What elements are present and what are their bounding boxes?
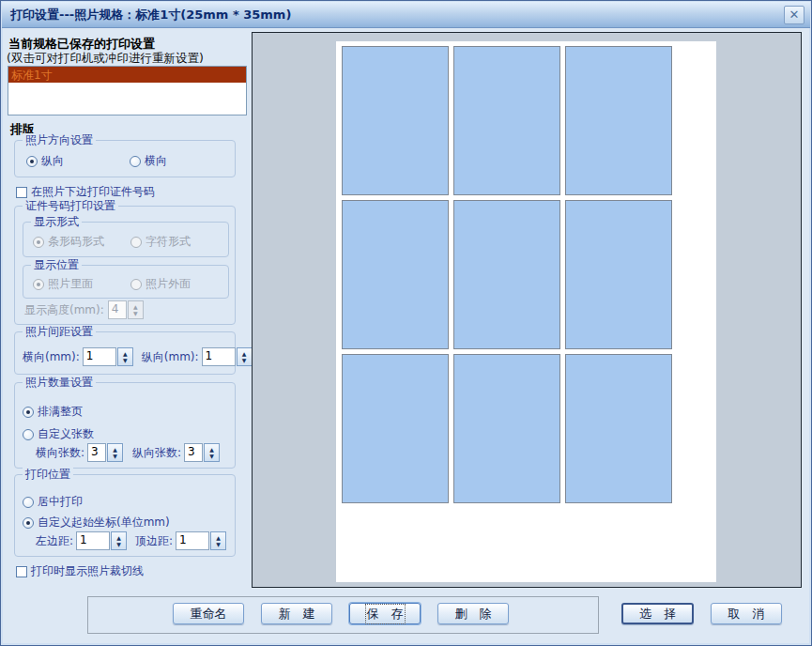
photo-grid xyxy=(342,46,672,503)
quantity-group: 照片数量设置 排满整页 自定义张数 横向张数: 3 ▲▼ 纵向张数: 3 ▲▼ xyxy=(14,382,236,469)
radio-label: 居中打印 xyxy=(38,494,83,510)
h-count-label: 横向张数: xyxy=(36,445,84,461)
radio-label: 自定义起始坐标(单位mm) xyxy=(38,515,170,531)
v-count-spinner[interactable]: 3 ▲▼ xyxy=(184,443,220,462)
spinner-buttons-icon[interactable]: ▲▼ xyxy=(117,347,133,366)
print-preview-panel xyxy=(252,32,802,588)
left-margin-spinner[interactable]: 1 ▲▼ xyxy=(76,531,127,550)
spinner-value: 1 xyxy=(176,531,209,550)
display-form-title: 显示形式 xyxy=(31,215,82,229)
radio-portrait[interactable]: 纵向 xyxy=(26,153,64,169)
radio-label: 纵向 xyxy=(41,153,64,169)
radio-icon xyxy=(23,407,34,418)
spacing-group-title: 照片间距设置 xyxy=(23,325,96,339)
v-count-label: 纵向张数: xyxy=(132,445,181,461)
spacing-group: 照片间距设置 横向(mm): 1 ▲▼ 纵向(mm): 1 ▲▼ xyxy=(14,331,236,375)
delete-button[interactable]: 删 除 xyxy=(437,603,509,624)
button-label: 重命名 xyxy=(191,606,227,623)
photo-placeholder xyxy=(453,46,560,195)
checkbox-label: 打印时显示照片裁切线 xyxy=(31,563,144,579)
radio-label: 自定义张数 xyxy=(38,426,94,442)
radio-label: 排满整页 xyxy=(38,404,83,420)
h-spacing-spinner[interactable]: 1 ▲▼ xyxy=(83,347,133,366)
spinner-value: 1 xyxy=(76,531,110,550)
cancel-button[interactable]: 取 消 xyxy=(711,603,782,624)
spinner-buttons-icon[interactable]: ▲▼ xyxy=(210,531,226,550)
radio-inside-photo: 照片里面 xyxy=(33,276,93,292)
window-title: 打印设置---照片规格：标准1寸(25mm * 35mm) xyxy=(2,7,291,23)
save-button[interactable]: 保 存 xyxy=(349,603,421,624)
saved-settings-subheader: (双击可对打印机或冲印进行重新设置) xyxy=(7,51,204,67)
radio-custom-count[interactable]: 自定义张数 xyxy=(23,426,94,442)
settings-buttons-frame xyxy=(87,596,599,634)
h-count-spinner[interactable]: 3 ▲▼ xyxy=(87,443,123,462)
position-group-title: 打印位置 xyxy=(23,468,73,482)
radio-icon xyxy=(130,237,142,248)
checkbox-label: 在照片下边打印证件号码 xyxy=(31,184,155,200)
spinner-value: 3 xyxy=(184,443,203,462)
display-position-group: 显示位置 照片里面 照片外面 xyxy=(23,265,229,299)
display-height-label: 显示高度(mm): xyxy=(24,302,104,318)
top-margin-spinner[interactable]: 1 ▲▼ xyxy=(176,531,226,550)
checkbox-icon xyxy=(16,566,27,577)
spinner-buttons-icon[interactable]: ▲▼ xyxy=(204,443,220,462)
title-bar: 打印设置---照片规格：标准1寸(25mm * 35mm) ✕ xyxy=(2,2,810,28)
orientation-group-title: 照片方向设置 xyxy=(23,133,96,147)
print-settings-dialog: 打印设置---照片规格：标准1寸(25mm * 35mm) ✕ 当前规格已保存的… xyxy=(0,0,812,646)
radio-character-form: 字符形式 xyxy=(130,234,191,250)
photo-placeholder xyxy=(565,200,672,349)
spinner-buttons-icon[interactable]: ▲▼ xyxy=(237,347,253,366)
button-label: 删 除 xyxy=(455,606,492,623)
top-margin-label: 顶边距: xyxy=(135,533,173,549)
spinner-buttons-icon[interactable]: ▲▼ xyxy=(107,443,123,462)
spinner-value: 4 xyxy=(108,300,127,319)
list-item-standard-1inch[interactable]: 标准1寸 xyxy=(8,67,246,83)
spacing-row: 横向(mm): 1 ▲▼ 纵向(mm): 1 ▲▼ xyxy=(23,347,253,366)
spinner-value: 1 xyxy=(83,347,116,366)
new-button[interactable]: 新 建 xyxy=(261,603,332,624)
rename-button[interactable]: 重命名 xyxy=(173,603,244,624)
radio-custom-origin[interactable]: 自定义起始坐标(单位mm) xyxy=(23,515,170,531)
spinner-value: 3 xyxy=(87,443,106,462)
radio-label: 横向 xyxy=(145,153,167,169)
h-spacing-label: 横向(mm): xyxy=(23,349,80,365)
v-spacing-spinner[interactable]: 1 ▲▼ xyxy=(202,347,253,366)
radio-icon xyxy=(23,497,34,508)
checkbox-print-id-number[interactable]: 在照片下边打印证件号码 xyxy=(16,184,155,200)
display-height-row: 显示高度(mm): 4 ▲▼ xyxy=(24,300,144,319)
radio-icon xyxy=(26,156,38,167)
radio-barcode-form: 条形码形式 xyxy=(33,234,104,250)
close-icon[interactable]: ✕ xyxy=(784,6,804,24)
display-position-title: 显示位置 xyxy=(31,258,82,272)
button-label: 取 消 xyxy=(728,606,765,623)
radio-icon xyxy=(33,237,44,248)
radio-icon xyxy=(23,429,34,440)
left-margin-label: 左边距: xyxy=(36,533,73,549)
radio-icon xyxy=(23,517,34,529)
quantity-group-title: 照片数量设置 xyxy=(23,376,96,390)
display-form-group: 显示形式 条形码形式 字符形式 xyxy=(23,222,229,257)
button-label: 选 择 xyxy=(639,606,676,623)
saved-settings-list: 标准1寸 xyxy=(8,66,247,115)
id-number-group-title: 证件号码打印设置 xyxy=(23,199,118,213)
radio-outside-photo: 照片外面 xyxy=(130,276,191,292)
radio-landscape[interactable]: 横向 xyxy=(130,153,167,169)
spinner-buttons-icon[interactable]: ▲▼ xyxy=(111,531,127,550)
photo-placeholder xyxy=(453,354,560,503)
button-label: 保 存 xyxy=(367,606,404,623)
radio-fill-page[interactable]: 排满整页 xyxy=(23,404,83,420)
checkbox-icon xyxy=(16,187,27,198)
photo-placeholder xyxy=(565,354,672,503)
radio-icon xyxy=(130,279,142,290)
position-group: 打印位置 居中打印 自定义起始坐标(单位mm) 左边距: 1 ▲▼ 顶边距: 1… xyxy=(14,474,236,557)
radio-center-print[interactable]: 居中打印 xyxy=(23,494,83,510)
radio-icon xyxy=(130,156,141,167)
id-number-group: 证件号码打印设置 显示形式 条形码形式 字符形式 显示位置 照片里面 照片外面 xyxy=(14,206,236,325)
select-button[interactable]: 选 择 xyxy=(621,603,694,624)
photo-placeholder xyxy=(342,200,449,349)
checkbox-show-crop-lines[interactable]: 打印时显示照片裁切线 xyxy=(16,563,144,579)
radio-label: 条形码形式 xyxy=(48,234,104,250)
spinner-value: 1 xyxy=(202,347,236,366)
photo-placeholder xyxy=(453,200,560,349)
count-row: 横向张数: 3 ▲▼ 纵向张数: 3 ▲▼ xyxy=(36,443,220,462)
